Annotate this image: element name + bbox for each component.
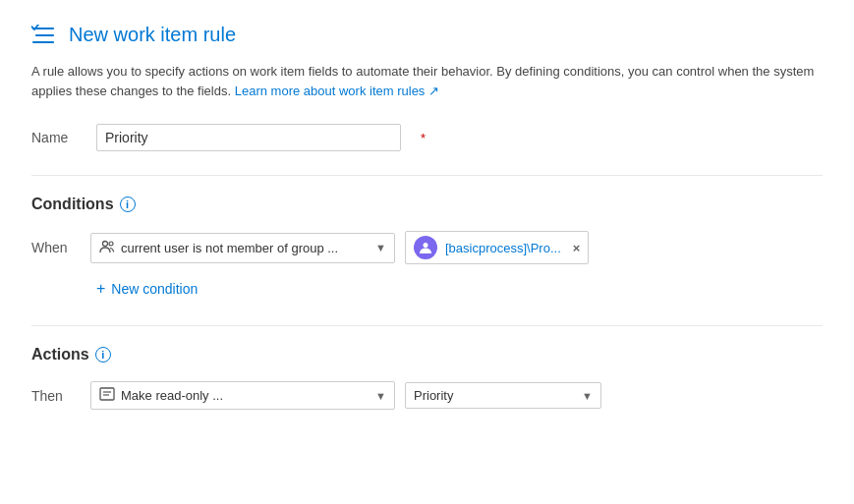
condition-dropdown-text: current user is not member of group ... bbox=[121, 241, 338, 255]
svg-point-4 bbox=[109, 242, 113, 246]
plus-icon: + bbox=[96, 280, 105, 298]
svg-point-5 bbox=[424, 243, 428, 248]
conditions-header: Conditions i bbox=[31, 196, 823, 213]
actions-info-icon[interactable]: i bbox=[95, 347, 111, 363]
when-row: When current user is not member of group… bbox=[31, 231, 823, 264]
name-field-row: Name * bbox=[31, 124, 823, 151]
actions-header: Actions i bbox=[31, 346, 823, 364]
action-dropdown[interactable]: Make read-only ... ▼ bbox=[90, 381, 395, 410]
condition-dropdown-chevron: ▼ bbox=[375, 242, 386, 253]
svg-point-3 bbox=[103, 241, 108, 246]
learn-more-link[interactable]: Learn more about work item rules ↗ bbox=[235, 84, 439, 98]
priority-dropdown-chevron: ▼ bbox=[582, 390, 593, 402]
actions-section: Actions i Then Make read-only ... ▼ Prio… bbox=[31, 346, 823, 410]
user-group-icon bbox=[99, 239, 115, 257]
group-tag: [basicprocess]\Pro... × bbox=[405, 231, 589, 264]
required-marker: * bbox=[421, 131, 426, 145]
add-condition-button[interactable]: + New condition bbox=[96, 280, 823, 298]
priority-dropdown-text: Priority bbox=[414, 388, 453, 403]
add-condition-label: New condition bbox=[111, 281, 198, 297]
divider-1 bbox=[31, 175, 823, 176]
page-header: New work item rule bbox=[31, 24, 823, 46]
then-label: Then bbox=[31, 388, 81, 404]
group-tag-close-button[interactable]: × bbox=[573, 241, 581, 255]
conditions-title: Conditions bbox=[31, 196, 114, 213]
page-description: A rule allows you to specify actions on … bbox=[31, 62, 823, 100]
svg-rect-6 bbox=[100, 388, 114, 400]
actions-title: Actions bbox=[31, 346, 89, 364]
readonly-icon bbox=[99, 387, 115, 404]
then-row: Then Make read-only ... ▼ Priority ▼ bbox=[31, 381, 823, 410]
action-dropdown-chevron: ▼ bbox=[375, 390, 386, 402]
group-avatar bbox=[414, 236, 437, 259]
divider-2 bbox=[31, 325, 823, 326]
action-dropdown-text: Make read-only ... bbox=[121, 388, 223, 403]
group-name-text: [basicprocess]\Pro... bbox=[445, 241, 561, 255]
name-label: Name bbox=[31, 130, 81, 145]
name-input[interactable] bbox=[96, 124, 401, 151]
conditions-info-icon[interactable]: i bbox=[120, 196, 136, 212]
priority-dropdown[interactable]: Priority ▼ bbox=[405, 382, 601, 409]
condition-dropdown[interactable]: current user is not member of group ... … bbox=[90, 233, 395, 263]
when-label: When bbox=[31, 240, 81, 255]
conditions-section: Conditions i When current user is not me… bbox=[31, 196, 823, 298]
page-title: New work item rule bbox=[69, 24, 236, 46]
page-icon bbox=[31, 25, 57, 46]
